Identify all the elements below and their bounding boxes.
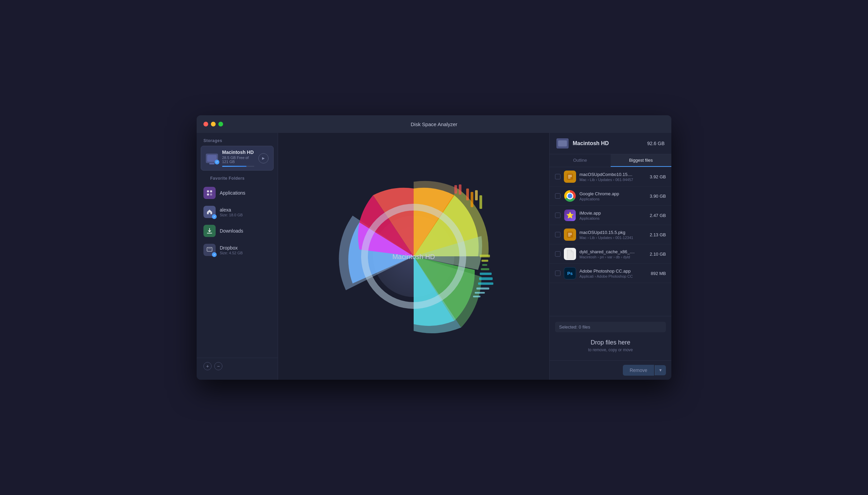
- applications-name: Applications: [220, 190, 271, 195]
- disk-label-text: Macintosh HD: [392, 253, 435, 260]
- dropbox-size: Size: 4.52 GB: [220, 251, 271, 255]
- imovie-icon-inner: ⭐: [564, 209, 576, 221]
- file-item-0[interactable]: macOSUpdCombo10.15.... Mac › Lib › Updat…: [550, 167, 671, 186]
- file-item-4[interactable]: dyld_shared_cache_x86_.... Macintosh › p…: [550, 244, 671, 264]
- right-panel-header: Macintosh HD 92.6 GB: [550, 133, 671, 154]
- alexa-check: ✓: [212, 214, 217, 219]
- file-icon-pkg-0: [564, 171, 576, 183]
- file-path-5: Applicati › Adobe Photoshop CC: [579, 274, 647, 278]
- file-icon-chrome: [564, 190, 576, 202]
- alexa-info: alexa Size: 18.0 GB: [220, 207, 271, 217]
- applications-icon: [203, 187, 216, 199]
- favorite-item-applications[interactable]: Applications: [203, 184, 271, 202]
- file-size-3: 2.13 GB: [650, 232, 666, 237]
- favorite-item-downloads[interactable]: Downloads: [203, 221, 271, 240]
- storage-icon-wrap: ✓: [206, 154, 218, 163]
- storages-label: Storages: [197, 138, 278, 143]
- right-drive-icon: [557, 138, 568, 149]
- tab-outline[interactable]: Outline: [550, 154, 611, 167]
- svg-rect-1: [210, 190, 212, 192]
- file-info-2: iMovie.app Applications: [579, 210, 646, 220]
- file-path-3: Mac › Lib › Updates › 001-12341: [579, 236, 646, 240]
- tab-biggest-files[interactable]: Biggest files: [611, 154, 672, 167]
- close-button[interactable]: [203, 122, 208, 126]
- file-size-0: 3.92 GB: [650, 174, 666, 180]
- file-icon-pkg-3: [564, 228, 576, 241]
- title-bar: Disk Space Analyzer: [197, 115, 671, 133]
- app-window: Disk Space Analyzer Storages ✓ Macintosh…: [197, 115, 671, 380]
- drop-zone: Selected: 0 files Drop files here to rem…: [550, 316, 671, 360]
- storage-name: Macintosh HD: [222, 150, 254, 155]
- file-path-0: Mac › Lib › Updates › 061-94457: [579, 178, 646, 182]
- svg-rect-10: [479, 277, 493, 280]
- traffic-lights: [203, 122, 223, 126]
- minimize-button[interactable]: [211, 122, 216, 126]
- alexa-size: Size: 18.0 GB: [220, 213, 271, 217]
- donut-chart: Macintosh HD: [325, 168, 502, 344]
- file-path-4: Macintosh › pri › var › db › dyld: [579, 255, 646, 259]
- svg-rect-9: [480, 273, 492, 275]
- ps-label: Ps: [567, 271, 573, 276]
- downloads-info: Downloads: [220, 228, 271, 234]
- svg-rect-18: [479, 195, 482, 209]
- file-icon-imovie: ⭐: [564, 209, 576, 221]
- main-chart-area: Macintosh HD: [278, 133, 549, 380]
- remove-folder-button[interactable]: −: [214, 362, 222, 370]
- file-size-1: 3.90 GB: [650, 193, 666, 199]
- file-icon-ps: Ps: [564, 267, 576, 279]
- file-info-3: macOSUpd10.15.5.pkg Mac › Lib › Updates …: [579, 230, 646, 240]
- file-item-1[interactable]: Google Chrome.app Applications 3.90 GB: [550, 186, 671, 206]
- file-icon-generic: [564, 248, 576, 260]
- file-name-3: macOSUpd10.15.5.pkg: [579, 230, 646, 235]
- add-folder-button[interactable]: +: [203, 362, 211, 370]
- svg-rect-8: [481, 268, 489, 270]
- remove-dropdown-button[interactable]: ▼: [655, 365, 666, 375]
- maximize-button[interactable]: [218, 122, 223, 126]
- storage-info: Macintosh HD 28.5 GB Free of 121 GB: [222, 150, 254, 167]
- dropbox-name: Dropbox: [220, 245, 271, 251]
- file-checkbox-2[interactable]: [555, 212, 560, 218]
- file-checkbox-1[interactable]: [555, 193, 560, 199]
- svg-rect-11: [478, 283, 493, 285]
- favorite-item-dropbox[interactable]: ✓ Dropbox Size: 4.52 GB: [203, 240, 271, 259]
- storage-item-macintosh[interactable]: ✓ Macintosh HD 28.5 GB Free of 121 GB ▶: [201, 146, 274, 171]
- favorite-folders-section: Favorite Folders Applications: [197, 176, 278, 358]
- svg-rect-5: [480, 255, 490, 257]
- panel-tabs: Outline Biggest files: [550, 154, 671, 167]
- right-drive-size: 92.6 GB: [647, 141, 665, 146]
- storage-progress-fill: [222, 166, 246, 167]
- file-item-2[interactable]: ⭐ iMovie.app Applications 2.47 GB: [550, 206, 671, 225]
- file-name-4: dyld_shared_cache_x86_....: [579, 249, 646, 254]
- file-checkbox-0[interactable]: [555, 174, 560, 180]
- file-checkbox-3[interactable]: [555, 232, 560, 237]
- file-name-2: iMovie.app: [579, 210, 646, 216]
- downloads-icon: [203, 225, 216, 237]
- svg-rect-15: [466, 188, 469, 200]
- favorite-item-alexa[interactable]: ✓ alexa Size: 18.0 GB: [203, 202, 271, 221]
- file-checkbox-4[interactable]: [555, 251, 560, 257]
- remove-button[interactable]: Remove: [623, 365, 654, 376]
- svg-rect-19: [454, 185, 457, 193]
- applications-info: Applications: [220, 190, 271, 195]
- chrome-icon-inner: [564, 190, 576, 202]
- file-info-0: macOSUpdCombo10.15.... Mac › Lib › Updat…: [579, 172, 646, 182]
- file-name-0: macOSUpdCombo10.15....: [579, 172, 646, 177]
- file-name-5: Adobe Photoshop CC.app: [579, 269, 647, 274]
- file-item-5[interactable]: Ps Adobe Photoshop CC.app Applicati › Ad…: [550, 264, 671, 283]
- right-drive-name: Macintosh HD: [573, 140, 643, 147]
- svg-rect-12: [476, 288, 489, 290]
- favorites-label: Favorite Folders: [203, 176, 271, 181]
- file-item-3[interactable]: macOSUpd10.15.5.pkg Mac › Lib › Updates …: [550, 225, 671, 244]
- svg-rect-20: [459, 185, 461, 194]
- drop-area[interactable]: Drop files here to remove, copy or move: [555, 336, 666, 355]
- file-list: macOSUpdCombo10.15.... Mac › Lib › Updat…: [550, 167, 671, 316]
- storage-check-badge: ✓: [215, 160, 219, 165]
- dropbox-check: ✓: [212, 252, 217, 257]
- file-path-1: Applications: [579, 197, 646, 201]
- svg-rect-6: [481, 260, 488, 262]
- file-info-1: Google Chrome.app Applications: [579, 191, 646, 201]
- storage-play-button[interactable]: ▶: [258, 153, 269, 164]
- alexa-name: alexa: [220, 207, 271, 212]
- donut-svg: Macintosh HD: [325, 168, 502, 344]
- file-checkbox-5[interactable]: [555, 271, 560, 276]
